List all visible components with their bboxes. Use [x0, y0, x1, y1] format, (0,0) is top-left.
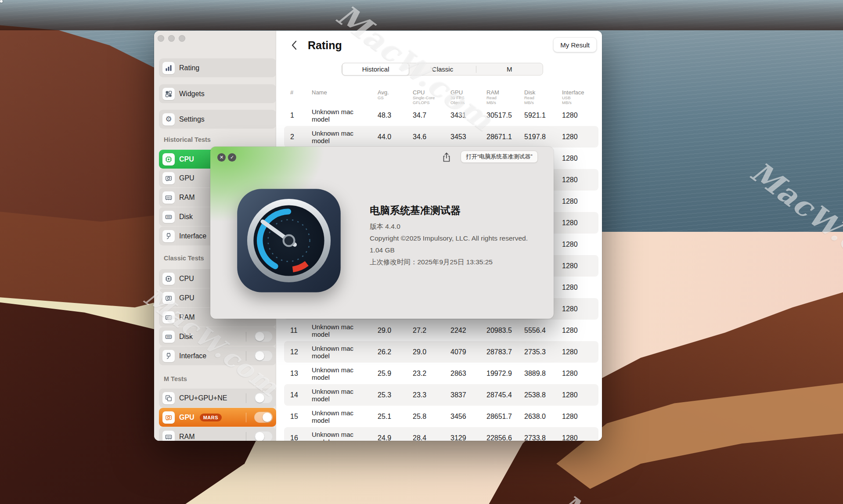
- cell-cpu: 34.6: [413, 133, 450, 141]
- cell-disk: 2733.8: [524, 434, 562, 441]
- speedometer-app-icon[interactable]: [234, 186, 343, 295]
- cell-ram: 28651.7: [486, 413, 524, 421]
- sidebar-item-label: RAM: [179, 194, 195, 202]
- divider: [246, 413, 246, 422]
- table-row[interactable]: 15Unknown mac model25.125.8345628651.726…: [284, 406, 598, 427]
- table-header: # Name Avg.GS CPUSingle-Core GFLOPS GPU3…: [284, 88, 598, 104]
- sidebar-item-m-cpu-gpu-ne[interactable]: CPU+GPU+NE: [159, 389, 276, 407]
- sidebar-item-label: Interface: [179, 352, 206, 360]
- col-ram: RAM: [486, 89, 524, 96]
- my-result-button[interactable]: My Result: [553, 37, 597, 52]
- divider: [246, 393, 246, 403]
- table-row[interactable]: 14Unknown mac model25.323.3383728745.425…: [284, 384, 598, 406]
- cell-cpu: 25.8: [413, 413, 450, 421]
- cell-ram: 28783.7: [486, 348, 524, 356]
- cell-name: Unknown mac model: [312, 130, 364, 144]
- page-title: Rating: [308, 39, 342, 52]
- disk-toggle[interactable]: [254, 331, 273, 342]
- table-row[interactable]: 13Unknown mac model25.923.2286319972.938…: [284, 363, 598, 384]
- sidebar-item-classic-disk[interactable]: SSD Disk: [159, 327, 276, 346]
- ram-icon: [162, 311, 175, 324]
- cell-gpu: 3129: [450, 434, 486, 441]
- cell-name: Unknown mac model: [312, 431, 364, 441]
- sidebar-item-m-gpu[interactable]: GPU MARS: [159, 408, 276, 427]
- cell-avg: 29.0: [378, 327, 413, 335]
- cell-cpu: 34.7: [413, 112, 450, 119]
- tab-m[interactable]: M: [476, 63, 543, 75]
- cpu-icon: [162, 273, 175, 285]
- cell-avg: 24.9: [378, 434, 413, 441]
- zoom-window-button[interactable]: [179, 35, 185, 42]
- sidebar-item-settings[interactable]: ⚙ Settings: [159, 110, 276, 129]
- cell-iface: 1280: [562, 284, 598, 292]
- cell-iface: 1280: [562, 155, 598, 162]
- cell-avg: 44.0: [378, 133, 413, 141]
- col-cpu: CPU: [413, 89, 450, 96]
- tab-historical[interactable]: Historical: [342, 63, 409, 76]
- cell-disk: 5921.1: [524, 112, 562, 119]
- table-row[interactable]: 2Unknown mac model44.034.6345328671.1519…: [284, 126, 598, 148]
- sidebar-item-widgets[interactable]: Widgets: [159, 84, 276, 103]
- sidebar-item-label: Disk: [179, 333, 193, 341]
- share-icon[interactable]: [442, 152, 451, 162]
- minimize-window-button[interactable]: [168, 35, 175, 42]
- cell-gpu: 4079: [450, 348, 486, 356]
- close-window-button[interactable]: [158, 35, 164, 42]
- tab-bar: Historical Classic M: [342, 63, 543, 76]
- section-header-historical: Historical Tests: [164, 136, 211, 143]
- cell-iface: 1280: [562, 413, 598, 421]
- gpu-mars-toggle[interactable]: [254, 412, 273, 423]
- cell-ram: 20983.5: [486, 327, 524, 335]
- cell-disk: 2538.8: [524, 391, 562, 399]
- sidebar-item-label: Disk: [179, 213, 193, 221]
- ram-icon: [162, 431, 175, 441]
- chips-icon: [162, 392, 175, 404]
- sidebar-item-rating[interactable]: Rating: [159, 58, 276, 77]
- interface-toggle[interactable]: [254, 350, 273, 361]
- divider: [246, 351, 246, 361]
- sidebar-item-label: GPU: [179, 294, 195, 302]
- sidebar-item-m-ram[interactable]: RAM: [159, 427, 276, 441]
- ram-toggle[interactable]: [254, 431, 273, 441]
- cell-disk: 2638.0: [524, 413, 562, 421]
- close-icon[interactable]: ✕: [217, 153, 226, 162]
- cell-num: 2: [284, 133, 312, 141]
- cell-cpu: 29.0: [413, 348, 450, 356]
- cell-ram: 30517.5: [486, 112, 524, 119]
- back-button[interactable]: [291, 39, 301, 52]
- table-row[interactable]: 16Unknown mac model24.928.4312922856.627…: [284, 427, 598, 441]
- sidebar-item-label: GPU: [179, 174, 195, 182]
- cell-iface: 1280: [562, 391, 598, 399]
- cell-iface: 1280: [562, 198, 598, 205]
- cell-ram: 22856.6: [486, 434, 524, 441]
- cell-disk: 5197.8: [524, 133, 562, 141]
- gpu-icon: [162, 172, 175, 184]
- installer-dialog: ✕ ✓ 打开“电脑系统基准测试器”: [210, 147, 554, 319]
- open-app-button[interactable]: 打开“电脑系统基准测试器”: [461, 151, 538, 163]
- cell-name: Unknown mac model: [312, 345, 364, 360]
- cell-iface: 1280: [562, 219, 598, 227]
- cell-avg: 25.3: [378, 391, 413, 399]
- tab-classic[interactable]: Classic: [409, 63, 476, 75]
- table-row[interactable]: 12Unknown mac model26.229.0407928783.727…: [284, 341, 598, 363]
- app-version: 版本 4.4.0: [370, 220, 545, 232]
- cell-num: 14: [284, 391, 312, 399]
- gpu-icon: [162, 411, 175, 424]
- table-row[interactable]: 11Unknown mac model29.027.2224220983.555…: [284, 320, 598, 341]
- mars-badge: MARS: [200, 414, 222, 421]
- cell-avg: 48.3: [378, 112, 413, 119]
- gear-icon: ⚙: [162, 113, 175, 126]
- cpu-gpu-ne-toggle[interactable]: [254, 392, 273, 403]
- cell-gpu: 2242: [450, 327, 486, 335]
- cell-iface: 1280: [562, 327, 598, 335]
- sidebar-item-label: CPU: [179, 275, 194, 283]
- app-title: 电脑系统基准测试器: [370, 204, 545, 217]
- cell-gpu: 3453: [450, 133, 486, 141]
- table-row[interactable]: 1Unknown mac model48.334.7343130517.5592…: [284, 104, 598, 126]
- sidebar-item-label: CPU: [179, 155, 194, 163]
- sidebar-item-label: RAM: [179, 313, 195, 321]
- cell-gpu: 2863: [450, 370, 486, 378]
- interface-icon: [162, 350, 175, 362]
- col-name: Name: [312, 89, 378, 96]
- sidebar-item-classic-interface[interactable]: Interface: [159, 346, 276, 365]
